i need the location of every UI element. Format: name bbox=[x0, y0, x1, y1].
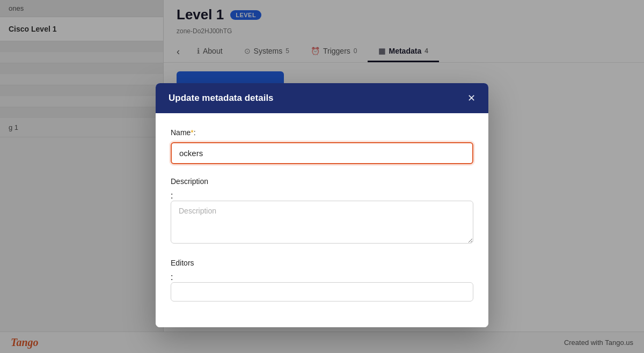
editors-field-group: Editors: bbox=[171, 259, 473, 301]
description-textarea[interactable] bbox=[171, 201, 473, 244]
update-metadata-modal: Update metadata details ✕ Name*: Descrip… bbox=[156, 83, 488, 327]
name-required-star: * bbox=[191, 128, 193, 137]
editors-label: Editors bbox=[171, 259, 473, 267]
modal-body: Name*: Description: Editors: bbox=[156, 113, 488, 327]
name-input[interactable] bbox=[171, 142, 473, 164]
name-label: Name*: bbox=[171, 128, 473, 137]
modal-title: Update metadata details bbox=[169, 93, 274, 104]
modal-header: Update metadata details ✕ bbox=[156, 83, 488, 113]
modal-close-button[interactable]: ✕ bbox=[467, 93, 475, 103]
description-label: Description bbox=[171, 177, 473, 186]
editors-input[interactable] bbox=[171, 282, 473, 301]
name-field-group: Name*: bbox=[171, 128, 473, 164]
description-field-group: Description: bbox=[171, 177, 473, 246]
